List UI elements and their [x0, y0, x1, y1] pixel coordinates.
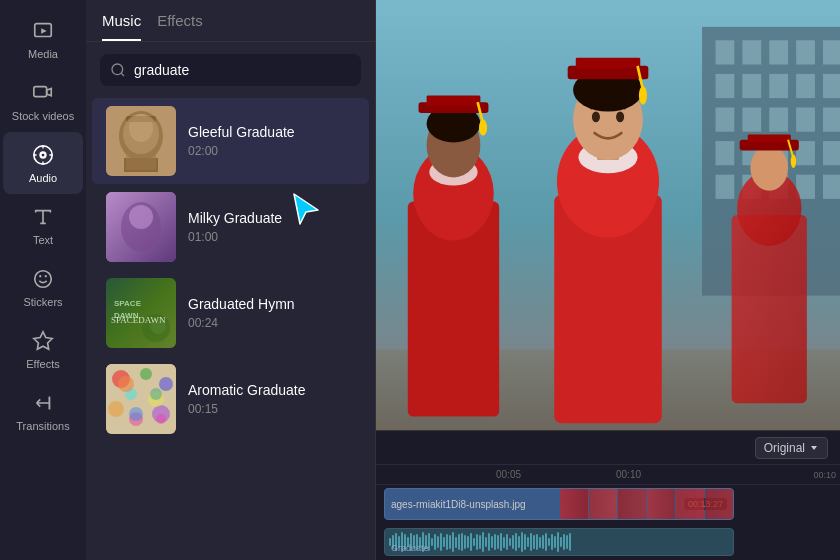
- list-item[interactable]: Aromatic Graduate 00:15: [92, 356, 369, 442]
- track-thumbnail: [106, 106, 176, 176]
- svg-rect-61: [796, 141, 815, 165]
- preview-frame: [376, 0, 840, 430]
- list-item[interactable]: Milky Graduate 01:00: [92, 184, 369, 270]
- video-clip[interactable]: ages-rmiakit1Di8-unsplash.jpg 00:13:27: [384, 488, 734, 520]
- main-content: Original 00:05 00:10 00:10 ages-rmiakit1…: [376, 0, 840, 560]
- video-clip-label: ages-rmiakit1Di8-unsplash.jpg: [385, 499, 532, 510]
- svg-rect-56: [823, 108, 840, 132]
- svg-rect-13: [106, 106, 176, 176]
- svg-point-92: [616, 112, 624, 123]
- track-duration: 02:00: [188, 144, 355, 158]
- svg-rect-2: [34, 87, 47, 97]
- track-thumbnail: SPACE DAWN: [106, 278, 176, 348]
- track-info: Graduated Hymn 00:24: [188, 296, 355, 330]
- sidebar-item-stickers[interactable]: Stickers: [3, 256, 83, 318]
- sidebar-item-audio[interactable]: Audio: [3, 132, 83, 194]
- track-thumbnail: [106, 192, 176, 262]
- sidebar-item-stock-videos-label: Stock videos: [12, 110, 74, 122]
- svg-rect-62: [823, 141, 840, 165]
- svg-rect-50: [823, 74, 840, 98]
- svg-point-31: [159, 377, 173, 391]
- timeline-toolbar: Original: [376, 431, 840, 465]
- svg-rect-46: [716, 74, 735, 98]
- svg-marker-98: [811, 446, 817, 450]
- quality-label: Original: [764, 441, 805, 455]
- svg-rect-52: [716, 108, 735, 132]
- svg-rect-47: [742, 74, 761, 98]
- svg-text:DAWN: DAWN: [114, 311, 139, 320]
- audio-panel: Music Effects Gleefu: [86, 0, 376, 560]
- track-duration: 00:15: [188, 402, 355, 416]
- track-duration: 01:00: [188, 230, 355, 244]
- search-section: [86, 42, 375, 94]
- svg-point-27: [150, 318, 166, 334]
- svg-text:SPACE: SPACE: [114, 299, 142, 308]
- svg-point-32: [108, 401, 124, 417]
- track-title: Gleeful Graduate: [188, 124, 355, 140]
- svg-rect-49: [796, 74, 815, 98]
- chevron-down-icon: [809, 443, 819, 453]
- sidebar-item-transitions[interactable]: Transitions: [3, 380, 83, 442]
- svg-point-85: [479, 120, 487, 136]
- svg-rect-43: [796, 40, 815, 64]
- sidebar-item-effects[interactable]: Effects: [3, 318, 83, 380]
- search-input[interactable]: [134, 62, 351, 78]
- stickers-icon: [30, 266, 56, 292]
- svg-point-30: [140, 368, 152, 380]
- quality-button[interactable]: Original: [755, 437, 828, 459]
- transitions-icon: [30, 390, 56, 416]
- clip-thumbnail-strip: [560, 489, 733, 519]
- track-info: Milky Graduate 01:00: [188, 210, 355, 244]
- sidebar-item-stock-videos[interactable]: Stock videos: [3, 70, 83, 132]
- svg-rect-40: [716, 40, 735, 64]
- time-mark-end: 00:10: [813, 470, 836, 480]
- sidebar-item-media[interactable]: Media: [3, 8, 83, 70]
- list-item[interactable]: SPACE DAWN Graduated Hymn 00:24: [92, 270, 369, 356]
- audio-clip[interactable]: Graduate: [384, 528, 734, 556]
- svg-rect-15: [124, 158, 158, 172]
- svg-point-97: [639, 86, 647, 105]
- music-list: Gleeful Graduate 02:00: [86, 94, 375, 560]
- svg-rect-74: [748, 134, 791, 142]
- svg-rect-17: [126, 116, 156, 122]
- svg-rect-68: [823, 175, 840, 199]
- svg-point-26: [142, 314, 170, 342]
- video-preview: [376, 0, 840, 430]
- audio-track-row: Graduate: [376, 523, 840, 560]
- tab-effects[interactable]: Effects: [157, 12, 203, 41]
- sidebar-item-text-label: Text: [33, 234, 53, 246]
- media-icon: [30, 18, 56, 44]
- video-track-row: ages-rmiakit1Di8-unsplash.jpg 00:13:27: [376, 485, 840, 523]
- svg-rect-48: [769, 74, 788, 98]
- svg-line-12: [121, 73, 124, 76]
- sidebar: Media Stock videos Audio Text: [0, 0, 86, 560]
- svg-rect-22: [106, 278, 176, 348]
- sidebar-item-effects-label: Effects: [26, 358, 59, 370]
- tab-music[interactable]: Music: [102, 12, 141, 41]
- svg-point-5: [42, 154, 45, 157]
- svg-rect-83: [427, 95, 481, 106]
- track-info: Aromatic Graduate 00:15: [188, 382, 355, 416]
- effects-icon: [30, 328, 56, 354]
- svg-point-21: [129, 205, 153, 229]
- track-title: Milky Graduate: [188, 210, 355, 226]
- track-thumbnail: [106, 364, 176, 434]
- graduation-scene: [376, 0, 840, 430]
- svg-point-72: [750, 145, 788, 191]
- svg-point-6: [35, 271, 52, 288]
- track-info: Gleeful Graduate 02:00: [188, 124, 355, 158]
- svg-rect-41: [742, 40, 761, 64]
- sidebar-item-audio-label: Audio: [29, 172, 57, 184]
- svg-marker-1: [41, 28, 47, 34]
- panel-tabs: Music Effects: [86, 0, 375, 42]
- track-title: Aromatic Graduate: [188, 382, 355, 398]
- sidebar-item-text[interactable]: Text: [3, 194, 83, 256]
- list-item[interactable]: Gleeful Graduate 02:00: [92, 98, 369, 184]
- svg-rect-44: [823, 40, 840, 64]
- svg-point-33: [152, 405, 170, 423]
- search-box: [100, 54, 361, 86]
- timeline-tracks: 00:05 00:10 00:10 ages-rmiakit1Di8-unspl…: [376, 465, 840, 560]
- svg-rect-95: [576, 58, 641, 69]
- svg-rect-28: [106, 364, 176, 434]
- search-icon: [110, 62, 126, 78]
